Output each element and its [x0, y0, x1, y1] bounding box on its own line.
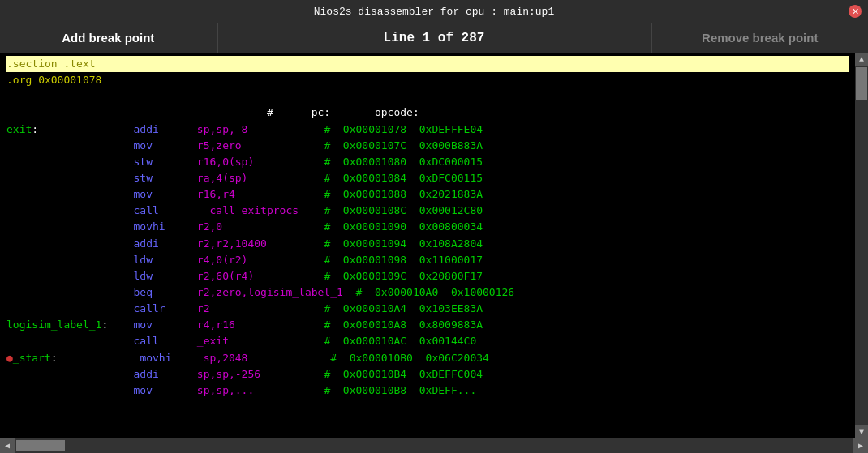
toolbar: Add break point Line 1 of 287 Remove bre… [0, 23, 868, 53]
vertical-scrollbar[interactable]: ▲ ▼ [855, 53, 868, 438]
bottom-bar: ◀ ▶ [0, 438, 868, 453]
disassembly-code: .section .text .org 0x00001078 # pc: opc… [0, 56, 855, 399]
remove-breakpoint-button[interactable]: Remove break point [651, 23, 869, 53]
horizontal-scrollbar[interactable]: ◀ ▶ [0, 438, 868, 453]
h-scroll-thumb[interactable] [16, 440, 65, 451]
scroll-down-button[interactable]: ▼ [855, 425, 868, 438]
scroll-thumb[interactable] [856, 67, 867, 100]
scroll-up-button[interactable]: ▲ [855, 53, 868, 66]
title-bar: Nios2s disassembler for cpu : main:up1 ✕ [0, 0, 868, 23]
scroll-left-button[interactable]: ◀ [0, 438, 15, 453]
code-container[interactable]: .section .text .org 0x00001078 # pc: opc… [0, 53, 855, 438]
content-area: .section .text .org 0x00001078 # pc: opc… [0, 53, 868, 438]
window-title: Nios2s disassembler for cpu : main:up1 [314, 6, 554, 18]
close-button[interactable]: ✕ [849, 5, 862, 18]
add-breakpoint-button[interactable]: Add break point [0, 23, 217, 53]
line-info: Line 1 of 287 [217, 23, 651, 53]
scroll-right-button[interactable]: ▶ [853, 438, 868, 453]
